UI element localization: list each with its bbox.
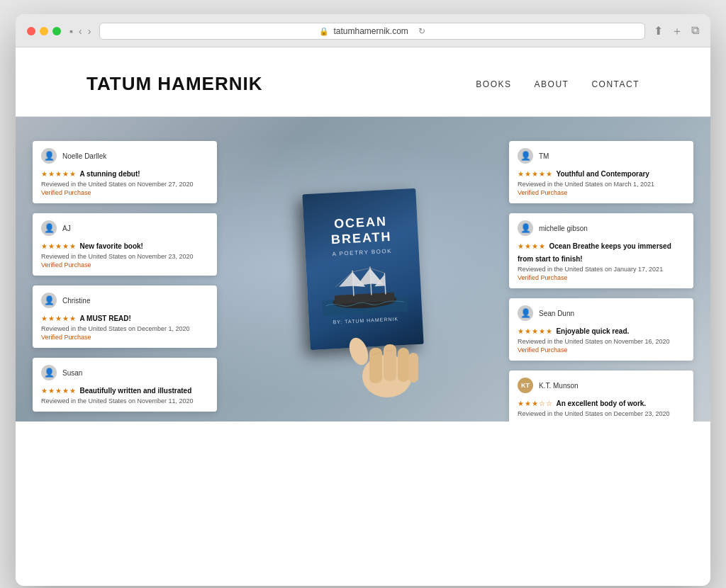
- reviewer-name: TM: [539, 152, 549, 160]
- website-content: TATUM HAMERNIK BOOKS ABOUT CONTACT 👤 Noe…: [16, 47, 710, 586]
- reviewer-name: Christine: [62, 297, 90, 305]
- browser-controls: ▪ ‹ ›: [69, 26, 91, 37]
- review-date: Reviewed in the United States on March 1…: [518, 181, 685, 188]
- reviewer-name: AJ: [62, 225, 71, 232]
- reviewer-header: 👤 Sean Dunn: [518, 305, 685, 321]
- nav-about[interactable]: ABOUT: [535, 79, 569, 89]
- verified-purchase: Verified Purchase: [518, 346, 685, 354]
- star-rating: ★★★★★: [41, 315, 77, 322]
- ship-illustration: [320, 261, 408, 315]
- new-tab-icon[interactable]: ＋: [671, 24, 683, 39]
- review-title: An excellent body of work.: [556, 400, 646, 407]
- nav-contact[interactable]: CONTACT: [591, 79, 640, 89]
- reload-icon[interactable]: ↻: [418, 26, 425, 36]
- review-card: 👤 Noelle Darllek ★★★★★ A stunning debut!…: [33, 141, 217, 203]
- forward-button[interactable]: ›: [88, 26, 91, 37]
- tabs-icon[interactable]: ⧉: [691, 24, 699, 39]
- reviewer-header: 👤 Christine: [41, 293, 208, 308]
- minimize-button[interactable]: [40, 27, 48, 35]
- verified-purchase: Verified Purchase: [518, 189, 685, 196]
- star-rating: ★★★★★: [41, 387, 77, 395]
- verified-purchase: Verified Purchase: [41, 189, 208, 196]
- reviews-overlay: 👤 Noelle Darllek ★★★★★ A stunning debut!…: [16, 117, 710, 422]
- reviewer-header: 👤 Susan: [41, 365, 208, 380]
- avatar: 👤: [41, 220, 57, 236]
- reviewer-header: 👤 Noelle Darllek: [41, 148, 208, 164]
- review-title: Enjoyable quick read.: [556, 327, 629, 335]
- review-title: Beautifully written and illustrated: [79, 387, 191, 395]
- hero-section: 👤 Noelle Darllek ★★★★★ A stunning debut!…: [16, 117, 710, 422]
- avatar: 👤: [518, 148, 533, 164]
- reviews-left-column: 👤 Noelle Darllek ★★★★★ A stunning debut!…: [33, 134, 217, 405]
- svg-point-14: [346, 335, 372, 368]
- reviewer-header: 👤 AJ: [41, 220, 208, 236]
- review-card: KT K.T. Munson ★★★☆☆ An excellent body o…: [509, 371, 693, 422]
- avatar: 👤: [41, 365, 57, 380]
- reviewer-name: Noelle Darllek: [62, 152, 106, 160]
- review-card: 👤 Christine ★★★★★ A MUST READ! Reviewed …: [33, 285, 217, 348]
- verified-purchase: Verified Purchase: [41, 261, 208, 268]
- review-date: Reviewed in the United States on Novembe…: [41, 181, 208, 188]
- review-card: 👤 AJ ★★★★★ New favorite book! Reviewed i…: [33, 213, 217, 276]
- review-date: Reviewed in the United States on Decembe…: [41, 325, 208, 332]
- review-date: Reviewed in the United States on Decembe…: [518, 410, 685, 417]
- review-title: Youthful and Contemporary: [556, 170, 649, 178]
- reviewer-header: 👤 TM: [518, 148, 685, 164]
- lock-icon: 🔒: [319, 27, 329, 36]
- review-card: 👤 Susan ★★★★★ Beautifully written and il…: [33, 358, 217, 412]
- reviewer-name: michelle gibson: [539, 225, 588, 232]
- review-date: Reviewed in the United States on Novembe…: [41, 253, 208, 260]
- reviewer-name: Susan: [62, 369, 82, 377]
- url-text: tatumhamernik.com: [333, 26, 408, 36]
- review-card: 👤 Sean Dunn ★★★★★ Enjoyable quick read. …: [509, 298, 693, 361]
- browser-actions: ⬆ ＋ ⧉: [654, 24, 699, 39]
- svg-rect-16: [369, 348, 382, 383]
- review-title: New favorite book!: [79, 242, 143, 250]
- reviewer-header: 👤 michelle gibson: [518, 220, 685, 236]
- star-rating: ★★★★★: [518, 170, 553, 178]
- site-header: TATUM HAMERNIK BOOKS ABOUT CONTACT: [16, 47, 710, 117]
- browser-chrome: ▪ ‹ › 🔒 tatumhamernik.com ↻ ⬆ ＋ ⧉: [16, 14, 710, 47]
- close-button[interactable]: [27, 27, 35, 35]
- book-cover-container: OCEAN BREATH A POETRY BOOK: [306, 191, 420, 347]
- site-title: TATUM HAMERNIK: [86, 73, 262, 95]
- avatar: 👤: [41, 148, 57, 164]
- sidebar-toggle-icon[interactable]: ▪: [69, 26, 73, 37]
- nav-books[interactable]: BOOKS: [476, 79, 511, 89]
- review-card: 👤 TM ★★★★★ Youthful and Contemporary Rev…: [509, 141, 693, 203]
- traffic-lights: [27, 27, 61, 35]
- review-title: A stunning debut!: [79, 170, 140, 178]
- star-rating: ★★★★★: [41, 242, 77, 250]
- star-rating: ★★★★★: [41, 170, 77, 178]
- book-subtitle: A POETRY BOOK: [332, 247, 392, 256]
- share-icon[interactable]: ⬆: [654, 24, 663, 39]
- svg-marker-6: [338, 271, 353, 286]
- svg-line-12: [352, 268, 370, 271]
- avatar: 👤: [518, 220, 533, 236]
- review-date: Reviewed in the United States on Novembe…: [518, 338, 685, 345]
- verified-purchase: Verified Purchase: [518, 274, 685, 281]
- reviewer-name: Sean Dunn: [539, 310, 574, 317]
- review-card: 👤 michelle gibson ★★★★ Ocean Breathe kee…: [509, 213, 693, 288]
- review-date: Reviewed in the United States on January…: [518, 266, 685, 273]
- svg-rect-17: [384, 344, 396, 381]
- star-rating: ★★★★★: [518, 327, 553, 335]
- verified-purchase: Verified Purchase: [41, 334, 208, 341]
- book-title: OCEAN BREATH: [315, 213, 407, 249]
- maximize-button[interactable]: [52, 27, 61, 35]
- site-nav: BOOKS ABOUT CONTACT: [476, 79, 640, 89]
- avatar: 👤: [518, 305, 533, 321]
- svg-rect-18: [398, 348, 409, 382]
- browser-window: ▪ ‹ › 🔒 tatumhamernik.com ↻ ⬆ ＋ ⧉ TATUM …: [16, 14, 710, 586]
- hand-illustration: [337, 323, 423, 401]
- back-button[interactable]: ‹: [79, 26, 82, 37]
- star-rating: ★★★☆☆: [518, 400, 553, 407]
- reviewer-name: K.T. Munson: [539, 382, 579, 390]
- avatar: 👤: [41, 293, 57, 308]
- reviewer-header: KT K.T. Munson: [518, 378, 685, 393]
- review-title: A MUST READ!: [79, 315, 130, 322]
- reviews-right-column: 👤 TM ★★★★★ Youthful and Contemporary Rev…: [509, 134, 693, 405]
- address-bar[interactable]: 🔒 tatumhamernik.com ↻: [99, 23, 645, 40]
- svg-rect-19: [408, 353, 418, 383]
- avatar: KT: [518, 378, 533, 393]
